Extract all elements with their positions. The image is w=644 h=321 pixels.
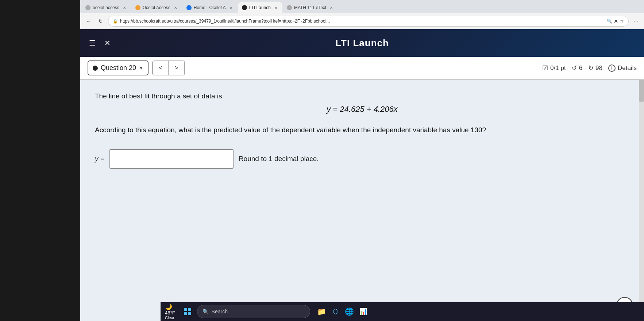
win-square-4 (188, 312, 191, 315)
checkbox-icon: ☑ (542, 64, 548, 72)
lock-icon: 🔒 (113, 19, 118, 24)
taskbar: 🌙 46°F Clear 🔍 Search 📁 ⬡ 🌐 📊 ^ (161, 302, 644, 321)
details-button[interactable]: i Details (608, 64, 637, 72)
hamburger-menu-button[interactable]: ☰ (88, 37, 97, 49)
score-item: ☑ 0/1 pt (542, 64, 566, 72)
prev-question-button[interactable]: < (153, 61, 169, 75)
address-text: https://bb.schoolcraft.edu/ultra/courses… (120, 19, 605, 24)
weather-temp: 46°F (165, 310, 175, 316)
moon-icon: 🌙 (165, 303, 175, 310)
scroll-thumb (639, 80, 644, 102)
nav-arrows: < > (152, 60, 185, 75)
tab-close-4[interactable]: ✕ (273, 5, 279, 11)
zoom-icon: 🔍 (607, 19, 612, 24)
back-button[interactable]: ← (83, 16, 93, 26)
main-content: The line of best fit through a set of da… (80, 80, 644, 321)
win-square-2 (188, 308, 191, 311)
tab-bar: ocelot access ✕ Ocelot Access ✕ Home - O… (80, 0, 644, 13)
tab-label-2: Ocelot Access (143, 5, 170, 10)
undo-count: 6 (579, 64, 582, 72)
app-title: LTI Launch (335, 38, 389, 49)
taskbar-icon-edge[interactable]: 🌐 (344, 306, 355, 317)
details-label: Details (618, 64, 637, 72)
scroll-indicator[interactable] (639, 80, 644, 321)
weather-condition: Clear (165, 316, 175, 320)
tab-label-3: Home - Ocelot A (194, 5, 226, 10)
tab-close-3[interactable]: ✕ (228, 5, 234, 11)
taskbar-pinned-icons: 📁 ⬡ 🌐 📊 (316, 306, 369, 317)
y-equals-label: y = (95, 155, 104, 163)
question-text-line1: The line of best fit through a set of da… (95, 91, 629, 102)
tab-home-ocelot[interactable]: Home - Ocelot A ✕ (183, 2, 238, 13)
tab-favicon-3 (186, 5, 192, 10)
tab-ocelot-access-2[interactable]: Ocelot Access ✕ (132, 2, 182, 13)
search-icon: 🔍 (203, 309, 209, 314)
tab-favicon-1 (85, 5, 90, 10)
tab-close-5[interactable]: ✕ (328, 5, 334, 11)
weather-widget: 🌙 46°F Clear (165, 303, 175, 320)
round-to-label: Round to 1 decimal place. (239, 155, 319, 163)
question-dot (93, 66, 98, 71)
tab-lti-launch[interactable]: LTI Launch ✕ (238, 2, 282, 13)
app-header: ☰ ✕ LTI Launch (80, 29, 644, 57)
tab-favicon-2 (135, 5, 140, 10)
taskbar-icon-app2[interactable]: 📊 (358, 306, 369, 317)
refresh-button[interactable]: ↻ (96, 16, 106, 26)
windows-logo (184, 308, 191, 315)
browser-icons: ⋯ (631, 16, 641, 26)
left-sidebar-area (0, 0, 80, 321)
taskbar-icon-explorer[interactable]: 📁 (316, 306, 328, 317)
answer-input[interactable] (109, 149, 234, 169)
equation-display: y = 24.625 + 4.206x (95, 105, 629, 114)
refresh-item: ↻ 98 (588, 64, 602, 72)
score-area: ☑ 0/1 pt ↺ 6 ↻ 98 i Details (542, 64, 637, 72)
close-button[interactable]: ✕ (103, 37, 112, 49)
undo-icon: ↺ (572, 64, 577, 72)
refresh-count: 98 (595, 64, 602, 72)
tab-close-1[interactable]: ✕ (122, 5, 127, 11)
tab-label-4: LTI Launch (249, 5, 271, 10)
address-bar[interactable]: 🔒 https://bb.schoolcraft.edu/ultra/cours… (108, 16, 629, 27)
tab-label-5: MATH 111 eText (294, 5, 326, 10)
tab-ocelot-access-1[interactable]: ocelot access ✕ (82, 2, 131, 13)
chevron-down-icon: ▼ (139, 66, 143, 71)
font-size-icon: A (614, 19, 618, 24)
info-icon: i (608, 64, 616, 72)
tab-math-etext[interactable]: MATH 111 eText ✕ (283, 2, 338, 13)
question-body-text: According to this equation, what is the … (95, 124, 629, 136)
answer-row: y = Round to 1 decimal place. (95, 149, 629, 169)
score-value: 0/1 pt (550, 64, 566, 72)
question-toolbar: Question 20 ▼ < > ☑ 0/1 pt ↺ 6 ↻ 98 i De… (80, 57, 644, 80)
next-question-button[interactable]: > (169, 61, 184, 75)
refresh-icon: ↻ (588, 64, 593, 72)
tab-label-1: ocelot access (93, 5, 119, 10)
undo-item: ↺ 6 (572, 64, 582, 72)
start-button[interactable] (181, 305, 194, 318)
browser-menu-button[interactable]: ⋯ (631, 16, 641, 26)
tab-close-2[interactable]: ✕ (173, 5, 178, 11)
taskbar-icon-app1[interactable]: ⬡ (330, 306, 342, 317)
address-bar-row: ← ↻ 🔒 https://bb.schoolcraft.edu/ultra/c… (80, 13, 644, 29)
browser-window: ocelot access ✕ Ocelot Access ✕ Home - O… (80, 0, 644, 321)
win-square-3 (184, 312, 187, 315)
win-square-1 (184, 308, 187, 311)
question-selector[interactable]: Question 20 ▼ (88, 60, 149, 75)
taskbar-search[interactable]: 🔍 Search (197, 305, 310, 318)
tab-favicon-4 (242, 5, 247, 10)
question-label: Question 20 (101, 64, 136, 72)
star-icon[interactable]: ☆ (620, 19, 624, 24)
search-text: Search (212, 309, 228, 314)
tab-favicon-5 (287, 5, 292, 10)
